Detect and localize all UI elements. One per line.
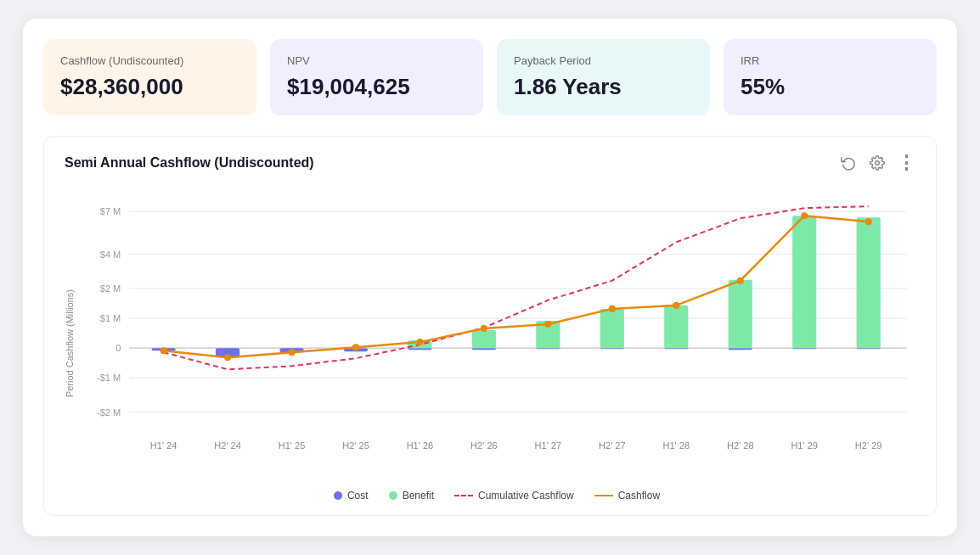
svg-text:H2' 26: H2' 26 — [470, 440, 498, 451]
chart-svg: $7 M $4 M $2 M $1 M 0 -$1 M -$2 M H1' 24… — [78, 186, 915, 476]
refresh-icon[interactable] — [839, 154, 858, 172]
kpi-value-irr: 55% — [741, 74, 920, 100]
svg-point-49 — [161, 347, 167, 354]
more-icon[interactable]: ⋮ — [897, 154, 915, 172]
svg-point-59 — [801, 212, 808, 219]
svg-text:H1' 28: H1' 28 — [662, 440, 690, 451]
svg-point-50 — [224, 354, 231, 361]
svg-rect-48 — [857, 217, 881, 348]
kpi-label-cashflow: Cashflow (Undiscounted) — [60, 54, 239, 67]
svg-text:H1' 24: H1' 24 — [150, 440, 177, 451]
svg-point-58 — [737, 278, 744, 284]
svg-rect-32 — [408, 348, 431, 350]
kpi-label-npv: NPV — [287, 54, 466, 67]
svg-text:H1' 26: H1' 26 — [407, 440, 434, 451]
svg-text:H1' 25: H1' 25 — [279, 440, 306, 451]
svg-point-57 — [673, 302, 679, 309]
svg-rect-36 — [664, 348, 688, 349]
kpi-row: Cashflow (Undiscounted) $28,360,000 NPV … — [43, 39, 937, 115]
chart-wrapper: Period Cashflow (Millions) $7 M $4 M — [65, 186, 915, 502]
kpi-card-irr: IRR 55% — [724, 39, 937, 115]
legend-cumulative: Cumulative Cashflow — [454, 490, 574, 502]
legend-cashflow-icon — [594, 495, 613, 496]
kpi-card-cashflow: Cashflow (Undiscounted) $28,360,000 — [43, 39, 256, 115]
svg-rect-46 — [729, 280, 752, 348]
svg-text:$4 M: $4 M — [100, 249, 121, 259]
svg-text:$1 M: $1 M — [100, 313, 121, 323]
svg-point-55 — [544, 321, 551, 328]
svg-text:H1' 29: H1' 29 — [791, 440, 818, 451]
svg-text:$2 M: $2 M — [100, 283, 121, 294]
legend-cost: Cost — [334, 490, 369, 502]
legend-cost-icon — [334, 491, 342, 500]
legend-cumulative-label: Cumulative Cashflow — [478, 490, 574, 502]
kpi-value-npv: $19,004,625 — [287, 74, 466, 100]
svg-rect-34 — [536, 348, 560, 349]
svg-text:H1' 27: H1' 27 — [535, 440, 562, 451]
svg-point-60 — [865, 218, 872, 225]
svg-text:0: 0 — [115, 343, 121, 353]
kpi-value-cashflow: $28,360,000 — [60, 74, 239, 100]
kpi-card-npv: NPV $19,004,625 — [270, 39, 483, 115]
chart-inner: $7 M $4 M $2 M $1 M 0 -$1 M -$2 M H1' 24… — [78, 186, 915, 502]
svg-rect-44 — [600, 309, 624, 348]
svg-rect-35 — [600, 348, 624, 349]
svg-rect-33 — [472, 348, 496, 350]
chart-legend: Cost Benefit Cumulative Cashflow Cashflo… — [78, 490, 915, 502]
legend-cost-label: Cost — [347, 490, 369, 502]
svg-point-52 — [352, 344, 359, 350]
chart-title: Semi Annual Cashflow (Undiscounted) — [65, 155, 314, 171]
legend-benefit: Benefit — [389, 490, 434, 502]
svg-text:H2' 27: H2' 27 — [599, 440, 626, 451]
svg-rect-37 — [729, 348, 752, 350]
svg-text:H2' 24: H2' 24 — [214, 440, 241, 451]
svg-text:-$1 M: -$1 M — [97, 373, 121, 383]
legend-cashflow: Cashflow — [594, 490, 660, 502]
svg-rect-42 — [472, 330, 496, 348]
legend-cumulative-icon — [454, 495, 473, 496]
svg-rect-39 — [857, 348, 881, 349]
svg-text:-$2 M: -$2 M — [97, 407, 121, 418]
legend-benefit-label: Benefit — [403, 490, 434, 502]
svg-point-56 — [609, 306, 616, 312]
svg-text:H2' 28: H2' 28 — [727, 440, 754, 451]
kpi-label-irr: IRR — [741, 54, 920, 67]
svg-point-51 — [289, 349, 296, 356]
svg-text:$7 M: $7 M — [100, 206, 121, 216]
kpi-value-payback: 1.86 Years — [514, 74, 693, 100]
y-axis-label: Period Cashflow (Millions) — [65, 289, 75, 397]
kpi-card-payback: Payback Period 1.86 Years — [497, 39, 710, 115]
main-container: Cashflow (Undiscounted) $28,360,000 NPV … — [23, 19, 957, 536]
svg-point-54 — [481, 325, 487, 332]
settings-icon[interactable] — [868, 154, 887, 172]
svg-point-53 — [416, 339, 423, 345]
svg-rect-38 — [792, 348, 816, 349]
svg-rect-45 — [664, 306, 688, 348]
svg-point-0 — [876, 161, 880, 165]
svg-text:H2' 29: H2' 29 — [855, 440, 882, 451]
legend-benefit-icon — [389, 491, 397, 500]
svg-rect-47 — [792, 216, 816, 348]
kpi-label-payback: Payback Period — [514, 54, 693, 67]
chart-section: Semi Annual Cashflow (Undiscounted) ⋮ — [43, 136, 937, 516]
svg-text:H2' 25: H2' 25 — [342, 440, 369, 451]
chart-controls: ⋮ — [839, 154, 915, 172]
chart-header: Semi Annual Cashflow (Undiscounted) ⋮ — [65, 154, 915, 172]
legend-cashflow-label: Cashflow — [618, 490, 660, 502]
